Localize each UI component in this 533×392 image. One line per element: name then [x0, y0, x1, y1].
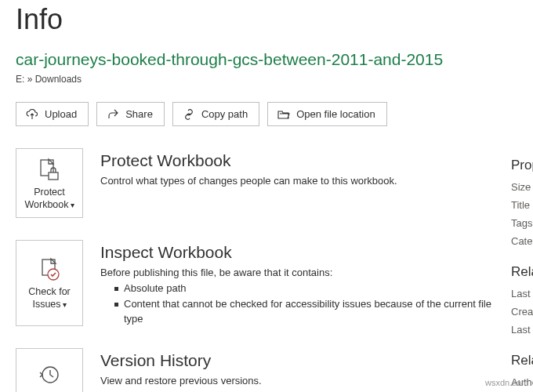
share-label: Share [125, 108, 153, 120]
prop-size: Size [511, 181, 533, 193]
inspect-issues-list: Absolute path Content that cannot be che… [100, 281, 511, 326]
prop-tags: Tags [511, 217, 533, 229]
prop-created: Created [511, 306, 533, 318]
protect-workbook-desc: Control what types of changes people can… [100, 175, 511, 187]
share-icon [107, 109, 119, 120]
chevron-down-icon: ▾ [71, 201, 74, 209]
list-item: Content that cannot be checked for acces… [114, 297, 511, 325]
lock-document-icon [37, 157, 62, 183]
version-history-desc: View and restore previous versions. [100, 375, 511, 387]
properties-heading: Properties [511, 158, 533, 173]
prop-categories: Categories [511, 235, 533, 247]
open-file-location-button[interactable]: Open file location [267, 102, 386, 126]
inspect-workbook-title: Inspect Workbook [100, 243, 511, 262]
check-for-issues-button[interactable]: Check for Issues▾ [16, 240, 83, 326]
watermark: wsxdn.com [485, 378, 528, 387]
related-people-heading: Related People [511, 353, 533, 368]
link-icon [183, 109, 195, 120]
history-icon [38, 361, 61, 388]
folder-open-icon [277, 109, 290, 120]
breadcrumb: E: » Downloads [16, 74, 533, 85]
list-item: Absolute path [114, 281, 511, 296]
chevron-down-icon: ▾ [63, 300, 67, 309]
page-title: Info [16, 3, 533, 36]
version-history-section: Version Version History View and restore… [16, 348, 511, 392]
version-history-title: Version History [100, 351, 511, 370]
related-dates-heading: Related Dates [511, 264, 533, 280]
prop-last-printed: Last Printed [511, 324, 533, 336]
inspect-workbook-desc: Before publishing this file, be aware th… [100, 267, 511, 278]
inspect-workbook-section: Check for Issues▾ Inspect Workbook Befor… [16, 240, 511, 326]
version-history-button[interactable]: Version [16, 348, 83, 392]
document-check-icon [37, 256, 62, 283]
svg-rect-1 [49, 172, 58, 180]
toolbar: Upload Share Copy path Open file locatio… [16, 102, 533, 126]
upload-label: Upload [45, 108, 77, 120]
cloud-upload-icon [26, 109, 38, 120]
check-for-issues-button-label: Check for Issues▾ [28, 286, 71, 310]
copy-path-button[interactable]: Copy path [172, 102, 259, 126]
protect-workbook-title: Protect Workbook [100, 151, 511, 170]
prop-title: Title [511, 199, 533, 211]
properties-panel: Properties Size Title Tags Categories Re… [511, 148, 533, 392]
protect-workbook-button-label: Protect Workbook▾ [24, 187, 74, 211]
copy-path-label: Copy path [201, 108, 248, 120]
upload-button[interactable]: Upload [16, 102, 89, 126]
share-button[interactable]: Share [96, 102, 165, 126]
prop-last-modified: Last Modified [511, 288, 533, 299]
protect-workbook-button[interactable]: Protect Workbook▾ [16, 148, 83, 218]
open-file-location-label: Open file location [296, 108, 375, 120]
protect-workbook-section: Protect Workbook▾ Protect Workbook Contr… [16, 148, 511, 218]
file-name: car-journeys-booked-through-gcs-between-… [16, 50, 533, 69]
